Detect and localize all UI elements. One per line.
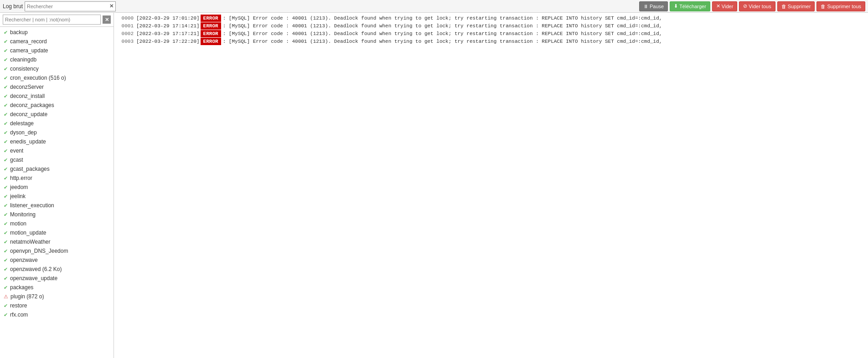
sidebar-search-input[interactable] bbox=[3, 15, 101, 25]
sidebar-item-rfx.com[interactable]: ✔rfx.com bbox=[0, 310, 114, 319]
sidebar-item-Monitoring[interactable]: ✔Monitoring bbox=[0, 210, 114, 219]
sidebar-item-label: camera_update bbox=[10, 47, 48, 54]
sidebar-item-packages[interactable]: ✔packages bbox=[0, 283, 114, 292]
sidebar-item-listener_execution[interactable]: ✔listener_execution bbox=[0, 201, 114, 210]
check-icon: ✔ bbox=[4, 303, 8, 309]
sidebar-item-deconzServer[interactable]: ✔deconzServer bbox=[0, 82, 114, 92]
sidebar-item-label: restore bbox=[10, 302, 27, 309]
telecharger-button[interactable]: ⬇ Télécharger bbox=[670, 1, 710, 11]
sidebar-item-delestage[interactable]: ✔delestage bbox=[0, 119, 114, 128]
log-message: : [MySQL] Error code : 40001 (1213). Dea… bbox=[223, 15, 662, 22]
sidebar-item-cron_execution[interactable]: ✔cron_execution (516 o) bbox=[0, 73, 114, 82]
sidebar-item-jeedom[interactable]: ✔jeedom bbox=[0, 183, 114, 192]
check-icon: ✔ bbox=[4, 194, 8, 199]
log-level-badge: ERROR bbox=[201, 15, 221, 22]
sidebar-item-deconz_update[interactable]: ✔deconz_update bbox=[0, 110, 114, 119]
check-icon: ✔ bbox=[4, 276, 8, 281]
check-icon: ✔ bbox=[4, 75, 8, 81]
sidebar-item-label: listener_execution bbox=[10, 202, 54, 209]
btn-label: Supprimer tous bbox=[827, 4, 861, 9]
sidebar-item-enedis_update[interactable]: ✔enedis_update bbox=[0, 137, 114, 146]
btn-label: Télécharger bbox=[679, 4, 706, 9]
sidebar-item-label: camera_record bbox=[10, 38, 47, 45]
sidebar-item-consistency[interactable]: ✔consistency bbox=[0, 64, 114, 73]
sidebar-item-label: consistency bbox=[10, 66, 39, 72]
sidebar-item-label: openzwave_update bbox=[10, 275, 57, 281]
sidebar-item-label: http.error bbox=[10, 175, 32, 181]
sidebar-item-label: jeelink bbox=[10, 193, 26, 199]
sidebar-item-label: openzwave bbox=[10, 257, 38, 263]
sidebar-item-openvpn_DNS_Jeedom[interactable]: ✔openvpn_DNS_Jeedom bbox=[0, 246, 114, 256]
log-line: 0002[2022-03-29 17:17:21]ERROR: [MySQL] … bbox=[118, 30, 864, 37]
btn-label: Vider tous bbox=[749, 4, 771, 9]
vider-button[interactable]: ✕ Vider bbox=[712, 1, 737, 11]
sidebar-item-label: backup bbox=[10, 29, 28, 36]
sidebar-item-deconz_install[interactable]: ✔deconz_install bbox=[0, 92, 114, 101]
sidebar-item-cleaningdb[interactable]: ✔cleaningdb bbox=[0, 55, 114, 64]
check-icon: ✔ bbox=[4, 285, 8, 291]
sidebar-item-label: deconz_install bbox=[10, 93, 45, 99]
log-level-badge: ERROR bbox=[201, 30, 221, 37]
sidebar-item-openzwaved[interactable]: ✔openzwaved (6.2 Ko) bbox=[0, 265, 114, 274]
toolbar-search-input[interactable] bbox=[27, 4, 108, 9]
sidebar-search-clear-button[interactable]: ✕ bbox=[103, 15, 111, 24]
log-level-badge: ERROR bbox=[201, 22, 221, 30]
sidebar-item-camera_record[interactable]: ✔camera_record bbox=[0, 37, 114, 46]
check-icon: ✔ bbox=[4, 312, 8, 318]
check-icon: ✔ bbox=[4, 130, 8, 136]
sidebar-item-http.error[interactable]: ✔http.error bbox=[0, 174, 114, 183]
btn-icon: ⏸ bbox=[643, 4, 648, 9]
sidebar-item-label: gcast_packages bbox=[10, 166, 50, 172]
sidebar-item-openzwave_update[interactable]: ✔openzwave_update bbox=[0, 274, 114, 283]
vider-tous-button[interactable]: ⊘ Vider tous bbox=[739, 1, 775, 11]
sidebar-item-label: openzwaved (6.2 Ko) bbox=[10, 266, 62, 272]
btn-icon: ⊘ bbox=[743, 3, 747, 9]
check-icon: ✔ bbox=[4, 30, 8, 36]
sidebar-item-label: dyson_dep bbox=[10, 129, 37, 136]
sidebar-item-label: jeedom bbox=[10, 184, 28, 190]
check-icon: ✔ bbox=[4, 39, 8, 45]
log-line-number: 0003 bbox=[118, 38, 134, 45]
sidebar-item-label: gcast bbox=[10, 157, 23, 163]
sidebar-list: ✔backup✔camera_record✔camera_update✔clea… bbox=[0, 27, 114, 358]
log-brut-label: Log brut bbox=[3, 3, 23, 10]
btn-label: Pause bbox=[650, 4, 664, 9]
check-icon: ✔ bbox=[4, 157, 8, 163]
main-area: ✕ ✔backup✔camera_record✔camera_update✔cl… bbox=[0, 13, 868, 358]
sidebar-item-openzwave[interactable]: ✔openzwave bbox=[0, 256, 114, 265]
sidebar-item-backup[interactable]: ✔backup bbox=[0, 28, 114, 37]
sidebar-item-deconz_packages[interactable]: ✔deconz_packages bbox=[0, 101, 114, 110]
sidebar-item-restore[interactable]: ✔restore bbox=[0, 301, 114, 310]
check-icon: ✔ bbox=[4, 230, 8, 236]
check-icon: ✔ bbox=[4, 248, 8, 254]
sidebar-item-label: enedis_update bbox=[10, 138, 46, 145]
sidebar-item-gcast[interactable]: ✔gcast bbox=[0, 155, 114, 164]
sidebar-item-jeelink[interactable]: ✔jeelink bbox=[0, 192, 114, 201]
supprimer-button[interactable]: 🗑 Supprimer bbox=[777, 1, 815, 11]
sidebar-item-gcast_packages[interactable]: ✔gcast_packages bbox=[0, 164, 114, 174]
sidebar-item-camera_update[interactable]: ✔camera_update bbox=[0, 46, 114, 55]
toolbar-search-box[interactable]: ✕ bbox=[25, 1, 116, 11]
log-level-badge: ERROR bbox=[201, 38, 221, 45]
pause-button[interactable]: ⏸ Pause bbox=[639, 1, 668, 11]
sidebar-item-plugin[interactable]: ⚠plugin (872 o) bbox=[0, 292, 114, 301]
sidebar-item-label: plugin (872 o) bbox=[10, 293, 44, 300]
sidebar-item-label: event bbox=[10, 148, 23, 154]
check-icon: ✔ bbox=[4, 66, 8, 72]
sidebar-item-motion[interactable]: ✔motion bbox=[0, 219, 114, 228]
sidebar-item-motion_update[interactable]: ✔motion_update bbox=[0, 228, 114, 237]
sidebar-search-bar: ✕ bbox=[0, 13, 114, 27]
sidebar-item-netatmoWeather[interactable]: ✔netatmoWeather bbox=[0, 237, 114, 246]
sidebar-item-dyson_dep[interactable]: ✔dyson_dep bbox=[0, 128, 114, 137]
check-icon: ✔ bbox=[4, 239, 8, 245]
log-area[interactable]: 0000[2022-03-29 17:01:20]ERROR: [MySQL] … bbox=[114, 13, 868, 358]
check-icon: ✔ bbox=[4, 266, 8, 272]
log-line-number: 0000 bbox=[118, 15, 134, 22]
check-icon: ✔ bbox=[4, 212, 8, 218]
sidebar-item-label: delestage bbox=[10, 120, 34, 127]
toolbar-search-clear-icon[interactable]: ✕ bbox=[109, 3, 114, 9]
sidebar-item-event[interactable]: ✔event bbox=[0, 146, 114, 155]
sidebar-item-label: deconz_update bbox=[10, 111, 47, 118]
supprimer-tous-button[interactable]: 🗑 Supprimer tous bbox=[816, 1, 865, 11]
btn-icon: ⬇ bbox=[674, 3, 678, 9]
